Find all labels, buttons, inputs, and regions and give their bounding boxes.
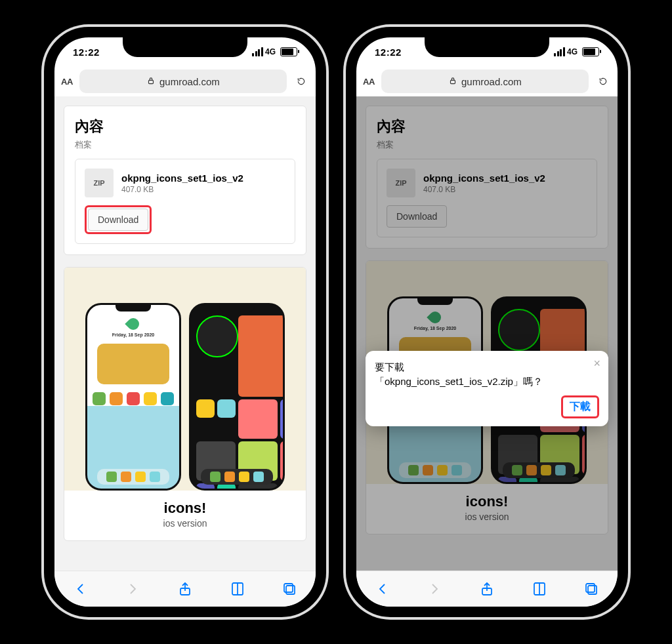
svg-rect-6 <box>588 586 597 594</box>
browser-address-bar-row: AA gumroad.com <box>54 66 316 96</box>
prompt-text: 要下載 「okpng_icons_set1_ios_v2.zip」嗎？ <box>375 360 599 389</box>
file-type-badge: ZIP <box>85 169 114 197</box>
file-card: ZIP okpng_icons_set1_ios_v2 407.0 KB Dow… <box>75 159 295 244</box>
page-content: 內容 档案 ZIP okpng_icons_set1_ios_v2 407.0 … <box>54 96 316 571</box>
modal-backdrop[interactable] <box>356 96 618 571</box>
svg-rect-0 <box>149 80 154 83</box>
product-title: icons! <box>64 491 306 518</box>
svg-rect-4 <box>451 80 455 83</box>
phone-notch <box>425 37 549 57</box>
prompt-line2: 「okpng_icons_set1_ios_v2.zip」嗎？ <box>375 376 543 387</box>
back-button[interactable] <box>72 580 90 598</box>
back-button[interactable] <box>373 580 392 598</box>
tabs-button[interactable] <box>280 580 299 598</box>
forward-button[interactable] <box>425 580 444 598</box>
prompt-line1: 要下載 <box>375 361 404 372</box>
preview-dock <box>97 469 169 485</box>
section-subtitle: 档案 <box>75 139 295 151</box>
page-content: 內容 档案 ZIP okpng_icons_set1_ios_v2 407.0 … <box>356 96 618 571</box>
address-bar-domain: gumroad.com <box>461 76 522 87</box>
preview-dock <box>201 469 273 485</box>
network-label: 4G <box>265 47 276 56</box>
reader-aa-button[interactable]: AA <box>363 77 375 87</box>
preview-widget <box>97 344 169 384</box>
browser-address-bar-row: AA gumroad.com <box>356 66 618 96</box>
signal-icon <box>554 47 565 56</box>
lock-icon <box>146 76 156 87</box>
svg-rect-2 <box>286 586 295 594</box>
close-icon[interactable]: × <box>593 357 600 369</box>
share-button[interactable] <box>478 580 496 598</box>
download-prompt: × 要下載 「okpng_icons_set1_ios_v2.zip」嗎？ 下載 <box>366 351 608 426</box>
content-section-card: 內容 档案 ZIP okpng_icons_set1_ios_v2 407.0 … <box>64 106 306 255</box>
file-name: okpng_icons_set1_ios_v2 <box>121 172 243 184</box>
leaf-icon <box>125 315 141 332</box>
annotation-highlight: Download <box>85 205 152 234</box>
preview-phone-dark <box>189 303 285 491</box>
product-card[interactable]: Friday, 18 Sep 2020 <box>64 267 306 541</box>
phone-mockup-right: 12:22 4G AA gumroad.com <box>346 27 628 617</box>
phone-notch <box>123 37 247 57</box>
address-bar[interactable]: gumroad.com <box>79 70 287 93</box>
battery-icon <box>280 47 297 56</box>
reader-aa-button[interactable]: AA <box>61 77 73 87</box>
battery-icon <box>582 47 599 56</box>
annotation-highlight: 下載 <box>561 395 599 418</box>
phone-mockup-left: 12:22 4G AA gumroad.com <box>44 27 326 617</box>
product-banner: Friday, 18 Sep 2020 <box>64 268 306 491</box>
preview-phone-light: Friday, 18 Sep 2020 <box>85 303 181 491</box>
reload-button[interactable] <box>293 77 309 86</box>
address-bar-domain: gumroad.com <box>159 76 220 87</box>
section-title: 內容 <box>75 117 295 136</box>
svg-rect-3 <box>284 584 293 592</box>
product-subtitle: ios version <box>64 518 306 540</box>
forward-button[interactable] <box>123 580 142 598</box>
status-time: 12:22 <box>73 47 100 58</box>
file-size: 407.0 KB <box>121 185 243 194</box>
signal-icon <box>252 47 263 56</box>
safari-toolbar <box>54 571 316 607</box>
address-bar[interactable]: gumroad.com <box>381 70 589 93</box>
tabs-button[interactable] <box>582 580 600 598</box>
download-confirm-button[interactable]: 下載 <box>563 397 597 416</box>
share-button[interactable] <box>176 580 194 598</box>
download-button[interactable]: Download <box>88 209 148 231</box>
svg-rect-7 <box>586 584 595 592</box>
status-time: 12:22 <box>375 47 402 58</box>
reload-button[interactable] <box>595 77 611 86</box>
preview-date: Friday, 18 Sep 2020 <box>112 332 154 337</box>
bookmarks-button[interactable] <box>530 580 549 598</box>
bookmarks-button[interactable] <box>228 580 247 598</box>
lock-icon <box>448 76 457 87</box>
network-label: 4G <box>567 47 578 56</box>
safari-toolbar <box>356 571 618 607</box>
